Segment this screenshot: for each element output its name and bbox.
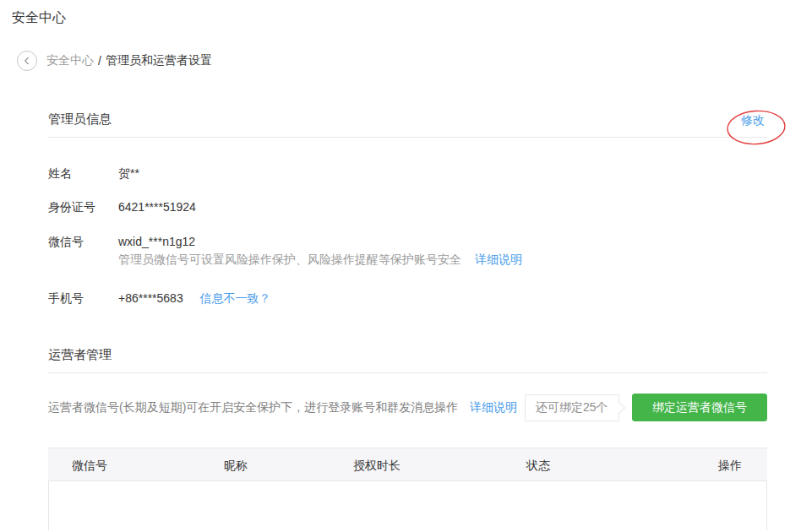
wechat-id-note: 管理员微信号可设置风险操作保护、风险操作提醒等保护账号安全 详细说明	[118, 251, 522, 268]
admin-info-title: 管理员信息	[48, 111, 112, 126]
bubble-arrow-icon	[613, 402, 625, 414]
col-header-wechat-id: 微信号	[72, 448, 107, 482]
field-label-name: 姓名	[48, 165, 72, 182]
field-label-wechat-id: 微信号	[48, 233, 84, 250]
detail-link-operator[interactable]: 详细说明	[470, 400, 517, 415]
field-value-id-number: 6421****51924	[118, 198, 196, 215]
remaining-bind-badge: 还可绑定25个	[525, 394, 619, 421]
back-button[interactable]	[17, 51, 37, 71]
operator-section-header: 运营者管理	[48, 347, 767, 373]
modify-link[interactable]: 修改	[741, 113, 765, 128]
phone-value-text: +86****5683	[118, 291, 183, 305]
field-label-phone: 手机号	[48, 290, 84, 307]
page-title: 安全中心	[12, 9, 66, 27]
field-value-name: 贺**	[118, 165, 139, 182]
operator-table-body-empty	[48, 481, 767, 530]
operator-description: 运营者微信号(长期及短期)可在开启安全保护下，进行登录账号和群发消息操作	[48, 400, 458, 415]
security-center-page: 安全中心 安全中心 / 管理员和运营者设置 管理员信息 修改 姓名 贺** 身份…	[0, 0, 790, 532]
remaining-bind-text: 还可绑定25个	[536, 400, 608, 415]
wechat-id-note-text: 管理员微信号可设置风险操作保护、风险操作提醒等保护账号安全	[118, 252, 461, 266]
field-value-wechat-id: wxid_***n1g12	[118, 233, 195, 250]
operator-table-header: 微信号 昵称 授权时长 状态 操作	[48, 448, 767, 481]
operator-table: 微信号 昵称 授权时长 状态 操作	[48, 448, 767, 530]
breadcrumb-separator: /	[98, 54, 101, 68]
col-header-status: 状态	[526, 448, 550, 482]
breadcrumb-parent[interactable]: 安全中心	[46, 53, 94, 68]
info-mismatch-link[interactable]: 信息不一致？	[200, 291, 271, 305]
col-header-auth-duration: 授权时长	[353, 448, 400, 482]
chevron-left-icon	[21, 55, 33, 67]
breadcrumb-current: 管理员和运营者设置	[106, 53, 212, 68]
admin-info-section-header: 管理员信息 修改	[48, 111, 767, 138]
breadcrumb: 安全中心 / 管理员和运营者设置	[17, 51, 212, 71]
detail-link-admin[interactable]: 详细说明	[475, 252, 522, 266]
bind-operator-button[interactable]: 绑定运营者微信号	[632, 394, 767, 421]
col-header-actions: 操作	[718, 448, 742, 482]
operator-section-title: 运营者管理	[48, 347, 112, 361]
field-label-id-number: 身份证号	[48, 198, 95, 215]
field-value-phone: +86****5683 信息不一致？	[118, 290, 271, 307]
col-header-nickname: 昵称	[224, 448, 248, 482]
